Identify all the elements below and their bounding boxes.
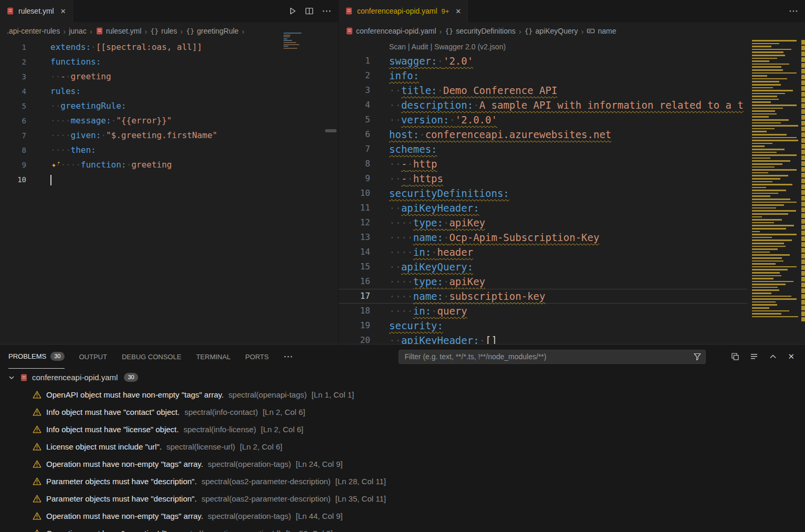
panel-tab-label: PORTS [245,353,269,361]
breadcrumb-item[interactable]: {}apiKeyQuery [525,27,578,35]
minimap-line [752,51,783,53]
code-token: ·· [50,101,60,111]
problem-location: [Ln 56, Col 9] [286,529,332,532]
problem-message: Info object must have "contact" object. [46,408,180,416]
close-panel-icon[interactable]: ✕ [788,352,794,361]
code-token: ···· [389,276,413,287]
problem-row[interactable]: License object must include "url".spectr… [0,438,805,455]
code-line[interactable]: 1swagger:·'2.0' [339,54,747,68]
code-token: security: [389,320,443,331]
code-line[interactable]: 7····given:·"$.greeting.firstName" [0,128,339,143]
left-minimap[interactable] [284,33,316,49]
problem-row[interactable]: Parameter objects must have "description… [0,490,805,507]
code-line[interactable]: 15··apiKeyQuery: [339,259,747,274]
maximize-panel-icon[interactable] [769,352,777,361]
panel-more-icon[interactable]: ⋯ [284,351,293,362]
panel-tab-output[interactable]: OUTPUT [79,345,107,369]
breadcrumb-item[interactable]: conferenceapi-opid.yaml [346,27,436,35]
code-line[interactable]: 13····name:·Ocp-Apim-Subscription-Key [339,230,747,245]
code-line[interactable]: 10securityDefinitions: [339,186,747,201]
codelens-link[interactable]: Audit [412,43,428,51]
scrollbar-thumb[interactable] [325,129,337,132]
close-icon[interactable]: ✕ [60,7,66,15]
minimap-line [752,134,787,135]
code-token: apiKeyHeader: [401,335,479,344]
code-line[interactable]: 17····name:·subscription-key [339,289,747,304]
code-line[interactable]: 2info: [339,68,747,83]
breadcrumb-item[interactable]: .api-center-rules [7,27,60,35]
minimap-line [752,260,783,262]
codelens-link[interactable]: Swagger 2.0 (v2.json) [434,43,506,51]
problem-row[interactable]: Operation must have non-empty "tags" arr… [0,455,805,473]
code-line[interactable]: 3··title:·Demo Conference API [339,83,747,98]
minimap[interactable] [752,40,799,344]
breadcrumb-item[interactable]: ruleset.yml [96,27,142,35]
minimap-line [752,199,790,200]
code-line[interactable]: 5··version:·'2.0.0' [339,112,747,127]
code-line[interactable]: 5··greetingRule: [0,99,339,113]
problem-row[interactable]: Operation must have non-empty "tags" arr… [0,507,805,525]
code-token: ·· [50,71,60,81]
code-line[interactable]: 4rules: [0,84,339,99]
split-editor-icon[interactable] [305,7,313,15]
code-line[interactable]: 9✦✦······function:·greeting [0,158,339,172]
panel-tab-ports[interactable]: PORTS [245,345,269,369]
breadcrumb-item[interactable]: {}securityDefinitions [445,27,516,35]
panel-tab-debug-console[interactable]: DEBUG CONSOLE [122,345,181,369]
right-editor[interactable]: Scan | Audit | Swagger 2.0 (v2.json) 1sw… [339,40,747,344]
view-as-table-icon[interactable] [731,352,739,361]
code-line[interactable]: 8··-·http [339,157,747,171]
problem-row[interactable]: Info object must have "license" object.s… [0,421,805,438]
code-line[interactable]: 19security: [339,318,747,333]
minimap-line [752,254,790,256]
breadcrumb-item[interactable]: name [587,27,616,35]
code-line[interactable]: 3··-·greeting [0,69,339,84]
more-actions-icon[interactable]: ⋯ [322,5,332,17]
tab-conferenceapi-opid-yaml[interactable]: conferenceapi-opid.yaml 9+ ✕ [339,0,468,22]
collapse-all-icon[interactable] [750,352,758,361]
code-line[interactable]: 8····then: [0,143,339,158]
code-line[interactable]: 11··apiKeyHeader: [339,201,747,215]
left-editor[interactable]: 1extends:·[[spectral:oas, all]]2function… [0,40,339,344]
panel-tab-problems[interactable]: PROBLEMS30 [8,345,65,369]
code-line[interactable]: 2functions: [0,55,339,69]
code-line[interactable]: 6····message:·"{{error}}" [0,113,339,128]
code-line[interactable]: 9··-·https [339,171,747,186]
line-number: 3 [339,83,370,98]
code-line[interactable]: 7schemes: [339,142,747,157]
problem-location: [Ln 24, Col 9] [296,460,342,468]
code-line[interactable]: 12····type:·apiKey [339,215,747,230]
code-line[interactable]: 16····type:·apiKey [339,274,747,289]
code-line[interactable]: 20··apiKeyHeader:·[] [339,333,747,344]
problems-filter-input[interactable] [399,350,706,364]
code-token: host: [389,129,419,140]
more-actions-icon[interactable]: ⋯ [789,5,799,17]
problem-row[interactable]: Operation must have "operationId".spectr… [0,525,805,532]
breadcrumb-item[interactable]: junac [69,27,86,35]
breadcrumb-item[interactable]: {}greetingRule [186,27,238,35]
run-icon[interactable] [288,7,297,15]
breadcrumb-item[interactable]: {}rules [150,27,177,35]
code-line[interactable]: 6host:·conferenceapi.azurewebsites.net [339,127,747,142]
problem-row[interactable]: Parameter objects must have "description… [0,473,805,490]
panel-tab-terminal[interactable]: TERMINAL [196,345,231,369]
minimap-line [284,42,296,43]
code-text: ····then: [26,143,96,158]
close-icon[interactable]: ✕ [455,7,461,15]
copilot-sparkle-icon[interactable]: ✦✦ [51,158,56,172]
code-line[interactable]: 10 [0,172,339,187]
problem-row[interactable]: Info object must have "contact" object.s… [0,403,805,421]
problem-source: spectral(openapi-tags) [228,390,307,399]
line-number: 2 [339,68,370,83]
code-line[interactable]: 18····in:·query [339,304,747,318]
problems-file-group[interactable]: conferenceapi-opid.yaml 30 [0,369,805,386]
symbol-field-icon [587,27,595,35]
code-line[interactable]: 14····in:·header [339,245,747,259]
minimap-line [284,36,290,37]
code-line[interactable]: 4··description:·A sample API with inform… [339,98,747,112]
problem-row[interactable]: OpenAPI object must have non-empty "tags… [0,386,805,403]
filter-funnel-icon[interactable] [693,352,702,361]
minimap-line [752,304,777,306]
codelens-link[interactable]: Scan [389,43,406,51]
tab-ruleset-yml[interactable]: ruleset.yml ✕ [0,0,73,22]
